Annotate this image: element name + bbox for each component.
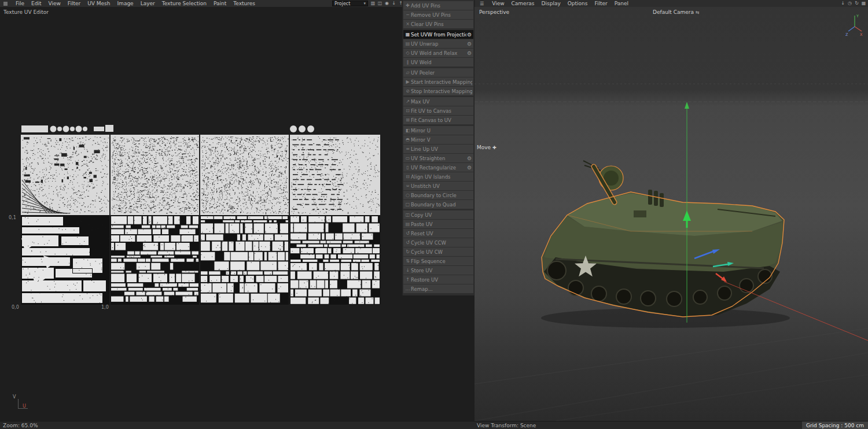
viewport-menu-panel[interactable]: Panel xyxy=(611,1,632,6)
uv-command-boundary-to-circle[interactable]: ○Boundary to Circle xyxy=(403,191,473,199)
viewport-menu-cameras[interactable]: Cameras xyxy=(508,1,538,6)
view-transform-status: View Transform: Scene xyxy=(477,423,536,428)
gear-icon[interactable]: ⚙ xyxy=(466,32,472,38)
reset-icon: ↺ xyxy=(404,231,411,236)
uv-command-mirror-v[interactable]: ◓Mirror V xyxy=(403,135,473,144)
uv-command-unstitch-uv[interactable]: ≍Unstitch UV xyxy=(403,182,473,190)
axis-gizmo[interactable]: Y Z X xyxy=(845,10,865,37)
uv-command-align-uv-islands[interactable]: ⊟Align UV Islands xyxy=(403,172,473,181)
viewport-menu-filter[interactable]: Filter xyxy=(591,1,610,6)
panel-title: Texture UV Editor xyxy=(3,9,49,15)
perspective-viewport[interactable]: Perspective Default Camera ⇆ Move ✚ Y Z … xyxy=(475,7,868,421)
store-icon: ↓ xyxy=(404,268,411,273)
viewport-camera-label[interactable]: Default Camera ⇆ xyxy=(653,9,700,15)
uv-command-uv-unwrap[interactable]: ▤UV Unwrap⚙ xyxy=(403,39,473,48)
download-icon[interactable]: ↓ xyxy=(840,1,845,6)
uv-command-clear-uv-pins[interactable]: ×Clear UV Pins xyxy=(403,20,473,28)
fit-uv-icon: ⊡ xyxy=(404,108,411,113)
menu-image[interactable]: Image xyxy=(113,1,137,6)
uv-command-uv-peeler[interactable]: ▱UV Peeler xyxy=(403,68,473,77)
import-icon[interactable]: ↓ xyxy=(391,1,396,6)
uv-editor-statusbar: Zoom: 65.0% xyxy=(0,421,475,429)
add-pin-icon: ✚ xyxy=(404,3,411,8)
uv-command-cycle-uv-ccw[interactable]: ↺Cycle UV CCW xyxy=(403,238,473,247)
mirror-u-icon: ◧ xyxy=(404,128,411,133)
viewport-view-label[interactable]: Perspective xyxy=(479,9,509,15)
menu-paint[interactable]: Paint xyxy=(210,1,230,6)
application-window: FileEditViewFilterUV MeshImageLayerTextu… xyxy=(0,0,868,429)
uv-command-uv-straighten[interactable]: ▭UV Straighten⚙ xyxy=(403,154,473,162)
histogram-icon[interactable]: ▥ xyxy=(370,1,376,6)
uv-command-uv-rectangularize[interactable]: ▯UV Rectangularize⚙ xyxy=(403,163,473,172)
uv-command-remove-uv-pins[interactable]: −Remove UV Pins xyxy=(403,10,473,19)
menu-layer[interactable]: Layer xyxy=(137,1,159,6)
uv-command-uv-weld[interactable]: ∥UV Weld xyxy=(403,58,473,66)
gear-icon[interactable]: ⚙ xyxy=(466,165,472,171)
uv-command-restore-uv[interactable]: ↑Restore UV xyxy=(403,275,473,284)
cycle-ccw-icon: ↺ xyxy=(404,240,411,245)
project-dropdown[interactable]: Project ▾ xyxy=(332,1,368,6)
viewport-menu-display[interactable]: Display xyxy=(538,1,564,6)
window-icon xyxy=(3,2,8,6)
menu-texture-selection[interactable]: Texture Selection xyxy=(159,1,210,6)
gear-icon[interactable]: ⚙ xyxy=(466,156,472,161)
max-uv-icon: ↗ xyxy=(404,99,411,104)
remove-pin-icon: − xyxy=(404,12,411,17)
uv-command-copy-uv[interactable]: ◫Copy UV xyxy=(403,210,473,219)
remap-icon: … xyxy=(404,286,411,291)
uv-command-start-interactive-mapping[interactable]: ▶Start Interactive Mapping xyxy=(403,77,473,86)
v-axis-label: V xyxy=(13,394,16,400)
y-axis-hud-label: Y xyxy=(856,14,859,19)
viewport-menu-options[interactable]: Options xyxy=(564,1,591,6)
uv-canvas[interactable] xyxy=(20,124,381,305)
uv-command-label: Remap... xyxy=(411,286,472,292)
menu-file[interactable]: File xyxy=(12,1,28,6)
refresh-icon[interactable]: ↻ xyxy=(854,1,859,6)
uv-command-store-uv[interactable]: ↓Store UV xyxy=(403,266,473,275)
menu-filter[interactable]: Filter xyxy=(64,1,84,6)
uv-command-label: UV Unwrap xyxy=(411,41,466,47)
camera-name: Default Camera xyxy=(653,9,694,15)
target-icon[interactable]: ◉ xyxy=(384,1,389,6)
hamburger-menu-icon[interactable]: ☰ xyxy=(480,1,484,6)
layout-icon[interactable]: ▦ xyxy=(861,1,866,6)
uv-command-add-uv-pins[interactable]: ✚Add UV Pins xyxy=(403,1,473,10)
viewport-menu-view[interactable]: View xyxy=(488,1,507,6)
uv-command-remap[interactable]: …Remap... xyxy=(403,284,473,293)
rectangularize-icon: ▯ xyxy=(404,165,411,170)
uv-command-uv-weld-and-relax[interactable]: ◇UV Weld and Relax⚙ xyxy=(403,49,473,57)
viewport-statusbar: View Transform: Scene Grid Spacing : 500… xyxy=(475,421,868,429)
menu-edit[interactable]: Edit xyxy=(28,1,45,6)
uv-command-fit-canvas-to-uv[interactable]: ⊞Fit Canvas to UV xyxy=(403,116,473,124)
uv-command-reset-uv[interactable]: ↺Reset UV xyxy=(403,229,473,238)
uv-command-cycle-uv-cw[interactable]: ↻Cycle UV CW xyxy=(403,247,473,256)
uv-command-set-uvw-from-projection[interactable]: ▦Set UVW from Projection⚙ xyxy=(403,30,473,39)
uv-command-max-uv[interactable]: ↗Max UV xyxy=(403,97,473,106)
uv-command-fit-uv-to-canvas[interactable]: ⊡Fit UV to Canvas xyxy=(403,106,473,115)
menu-textures[interactable]: Textures xyxy=(230,1,259,6)
history-icon[interactable]: ◷ xyxy=(847,1,852,6)
uv-command-stop-interactive-mapping[interactable]: ⊘Stop Interactive Mapping xyxy=(403,87,473,95)
projection-icon: ▦ xyxy=(404,32,411,37)
compare-icon[interactable]: ◫ xyxy=(377,1,382,6)
uv-command-label: Stop Interactive Mapping xyxy=(411,88,472,94)
paste-icon: ▤ xyxy=(404,221,411,227)
menu-uv-mesh[interactable]: UV Mesh xyxy=(84,1,113,6)
viewport-menus: ViewCamerasDisplayOptionsFilterPanel xyxy=(488,1,632,6)
uv-command-boundary-to-quad[interactable]: □Boundary to Quad xyxy=(403,200,473,209)
uv-command-label: UV Peeler xyxy=(411,70,472,76)
menu-view[interactable]: View xyxy=(45,1,64,6)
uv-command-flip-sequence[interactable]: ⇅Flip Sequence xyxy=(403,257,473,265)
gear-icon[interactable]: ⚙ xyxy=(466,41,472,47)
peeler-icon: ▱ xyxy=(404,70,411,75)
uv-command-line-up-uv[interactable]: ≡Line Up UV xyxy=(403,145,473,153)
uv-command-paste-uv[interactable]: ▤Paste UV xyxy=(403,220,473,228)
gear-icon[interactable]: ⚙ xyxy=(466,50,472,56)
tank-model[interactable] xyxy=(542,161,784,317)
uv-command-label: UV Weld and Relax xyxy=(411,50,466,56)
uv-command-mirror-u[interactable]: ◧Mirror U xyxy=(403,126,473,135)
move-tool-icon: ✚ xyxy=(492,145,496,150)
uv-coordinate-label-01: 0,1 xyxy=(9,215,16,220)
weld-icon: ∥ xyxy=(404,60,411,65)
uv-command-label: Add UV Pins xyxy=(411,3,472,9)
